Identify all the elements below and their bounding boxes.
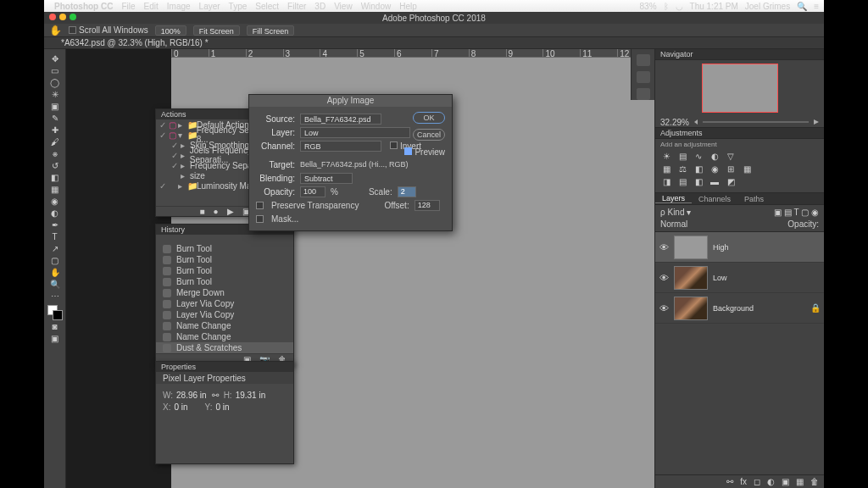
zoom-100-button[interactable]: 100% <box>155 25 186 36</box>
channelmixer-icon[interactable]: ⊞ <box>725 164 737 174</box>
fx-icon[interactable]: fx <box>740 477 747 486</box>
menu-select[interactable]: Select <box>255 2 279 11</box>
search-icon[interactable]: 🔍 <box>797 2 807 11</box>
history-item[interactable]: Name Change <box>156 320 293 331</box>
cancel-button[interactable]: Cancel <box>413 129 445 141</box>
history-item[interactable]: Burn Tool <box>156 243 293 254</box>
menu-help[interactable]: Help <box>399 2 417 11</box>
mask-checkbox[interactable] <box>256 215 264 223</box>
posterize-icon[interactable]: ▤ <box>676 176 688 186</box>
hand-tool-icon[interactable]: ✋ <box>49 25 62 36</box>
history-item[interactable]: Layer Via Copy <box>156 298 293 309</box>
bluetooth-icon[interactable]: ᛒ <box>664 2 669 11</box>
user-name[interactable]: Joel Grimes <box>745 2 790 11</box>
layer-background[interactable]: 👁 Background 🔒 <box>655 293 824 324</box>
threshold-icon[interactable]: ◧ <box>693 176 704 186</box>
gradientmap-icon[interactable]: ▬ <box>709 176 721 186</box>
channel-select[interactable]: RGB <box>300 141 381 152</box>
visibility-icon[interactable]: 👁 <box>659 242 669 252</box>
selectivecolor-icon[interactable]: ◩ <box>725 176 737 186</box>
menu-icon[interactable]: ≡ <box>814 2 819 11</box>
wand-tool-icon[interactable]: ✳ <box>46 88 64 100</box>
colorlookup-icon[interactable]: ▦ <box>741 164 753 174</box>
colorbalance-icon[interactable]: ⚖ <box>676 164 688 174</box>
heal-tool-icon[interactable]: ✚ <box>46 124 64 136</box>
blend-mode-select[interactable]: Normal <box>660 219 687 229</box>
layer-low[interactable]: 👁 Low <box>655 263 824 293</box>
x-value[interactable]: 0 in <box>174 402 187 412</box>
menu-3d[interactable]: 3D <box>314 2 326 11</box>
scale-input[interactable] <box>398 186 416 197</box>
shape-tool-icon[interactable]: ▢ <box>46 254 64 266</box>
preserve-checkbox[interactable] <box>256 202 264 209</box>
dodge-tool-icon[interactable]: ◐ <box>46 207 64 219</box>
layers-tab[interactable]: Layers <box>655 194 692 203</box>
history-item[interactable]: Name Change <box>156 331 293 342</box>
history-item[interactable]: Merge Down <box>156 287 293 298</box>
height-value[interactable]: 19.31 in <box>236 391 266 400</box>
play-icon[interactable]: ▶ <box>227 207 234 216</box>
scroll-all-checkbox[interactable]: Scroll All Windows <box>69 25 148 35</box>
menu-view[interactable]: View <box>334 2 353 11</box>
paths-tab[interactable]: Paths <box>737 195 771 203</box>
close-icon[interactable] <box>49 14 56 20</box>
type-tool-icon[interactable]: T <box>46 230 64 242</box>
hue-icon[interactable]: ▦ <box>660 164 672 174</box>
visibility-icon[interactable]: 👁 <box>659 273 669 283</box>
eyedropper-tool-icon[interactable]: ✎ <box>46 112 64 124</box>
zoom-tool-icon[interactable]: 🔍 <box>46 278 64 290</box>
mask-icon[interactable]: ◻ <box>754 477 760 486</box>
edit-toolbar-icon[interactable]: ⋯ <box>46 290 64 302</box>
exposure-icon[interactable]: ◐ <box>709 151 721 161</box>
lasso-tool-icon[interactable]: ◯ <box>46 76 64 88</box>
channels-tab[interactable]: Channels <box>692 195 737 203</box>
offset-input[interactable] <box>415 200 440 211</box>
navigator-tab[interactable]: Navigator <box>655 49 824 60</box>
ok-button[interactable]: OK <box>413 112 445 124</box>
width-value[interactable]: 28.96 in <box>176 391 207 400</box>
menu-layer[interactable]: Layer <box>199 2 220 11</box>
new-layer-icon[interactable]: ▦ <box>796 477 804 486</box>
path-tool-icon[interactable]: ↗ <box>46 242 64 254</box>
menu-edit[interactable]: Edit <box>144 2 159 11</box>
menu-file[interactable]: File <box>121 2 135 11</box>
history-item[interactable]: Layer Via Copy <box>156 309 293 320</box>
adjustments-tab[interactable]: Adjustments <box>655 128 824 139</box>
levels-icon[interactable]: ▤ <box>676 151 688 161</box>
clock[interactable]: Thu 1:21 PM <box>690 2 738 11</box>
fit-screen-button[interactable]: Fit Screen <box>193 25 240 36</box>
bw-icon[interactable]: ◧ <box>693 164 704 174</box>
layer-select[interactable]: Low <box>300 127 410 138</box>
app-name[interactable]: Photoshop CC <box>54 2 113 11</box>
brightness-icon[interactable]: ☀ <box>660 151 672 161</box>
zoom-slider[interactable] <box>703 121 809 123</box>
link-icon[interactable]: ⚯ <box>726 477 733 486</box>
color-swatches[interactable] <box>47 305 63 320</box>
menu-type[interactable]: Type <box>229 2 248 11</box>
visibility-icon[interactable]: 👁 <box>659 303 669 313</box>
navigator-thumb[interactable] <box>702 64 778 113</box>
pen-tool-icon[interactable]: ✒ <box>46 219 64 230</box>
history-item[interactable]: Burn Tool <box>156 276 293 287</box>
wifi-icon[interactable]: ◡ <box>676 2 683 11</box>
move-tool-icon[interactable]: ✥ <box>46 53 64 64</box>
vibrance-icon[interactable]: ▽ <box>725 151 737 161</box>
document-tab[interactable]: *A6342.psd @ 32.3% (High, RGB/16) * <box>44 37 824 49</box>
stamp-tool-icon[interactable]: ⎈ <box>46 147 64 159</box>
properties-tab[interactable]: Properties <box>156 362 293 372</box>
quickmask-icon[interactable]: ◙ <box>46 320 64 332</box>
record-icon[interactable]: ● <box>214 207 219 216</box>
y-value[interactable]: 0 in <box>215 402 229 412</box>
eraser-tool-icon[interactable]: ◧ <box>46 171 64 183</box>
gradient-tool-icon[interactable]: ▦ <box>46 183 64 195</box>
curves-icon[interactable]: ∿ <box>693 151 704 161</box>
trash-icon[interactable]: 🗑 <box>810 477 819 486</box>
group-icon[interactable]: ▣ <box>782 477 789 486</box>
zoom-out-icon[interactable] <box>694 119 698 125</box>
brush-tool-icon[interactable]: 🖌 <box>46 136 64 147</box>
menu-filter[interactable]: Filter <box>287 2 306 11</box>
history-item[interactable]: Burn Tool <box>156 265 293 276</box>
crop-tool-icon[interactable]: ▣ <box>46 100 64 112</box>
maximize-icon[interactable] <box>70 14 76 20</box>
marquee-tool-icon[interactable]: ▭ <box>46 64 64 76</box>
